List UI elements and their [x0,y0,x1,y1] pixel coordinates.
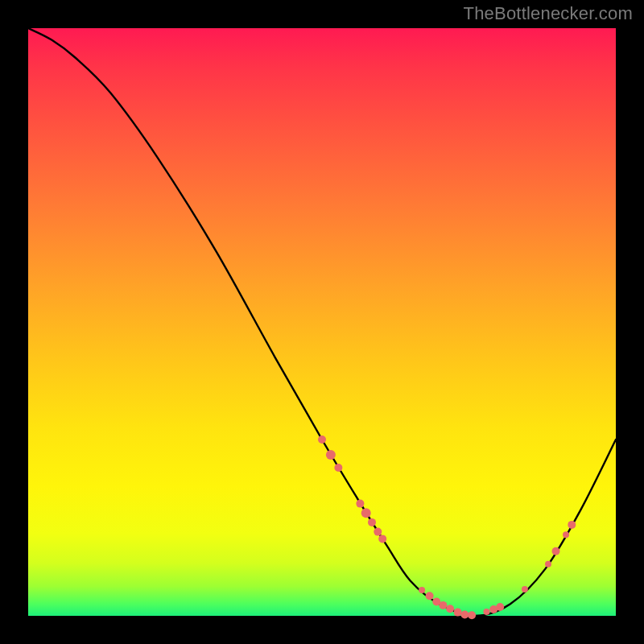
attribution-label: TheBottlenecker.com [464,3,633,24]
highlight-dot [563,531,569,538]
highlight-dot [374,528,382,536]
plot-area [28,28,616,616]
chart-frame: TheBottlenecker.com [0,0,644,644]
highlight-dot [522,586,528,592]
highlight-dots [318,436,576,619]
highlight-dot [446,605,454,613]
curve-svg [28,28,616,616]
highlight-dot [334,464,342,472]
highlight-dot [356,500,364,508]
highlight-dot [318,436,326,444]
bottleneck-curve [28,28,616,616]
highlight-dot [326,450,336,460]
highlight-dot [468,611,476,619]
highlight-dot [496,603,504,611]
highlight-dot [552,547,560,555]
highlight-dot [483,609,489,615]
highlight-dot [426,592,434,600]
highlight-dot [361,508,371,518]
highlight-dot [378,535,386,543]
highlight-dot [419,587,425,593]
highlight-dot [454,609,462,617]
highlight-dot [460,611,469,619]
highlight-dot [568,521,576,529]
highlight-dot [368,518,376,526]
highlight-dot [439,601,447,609]
highlight-dot [545,561,551,568]
